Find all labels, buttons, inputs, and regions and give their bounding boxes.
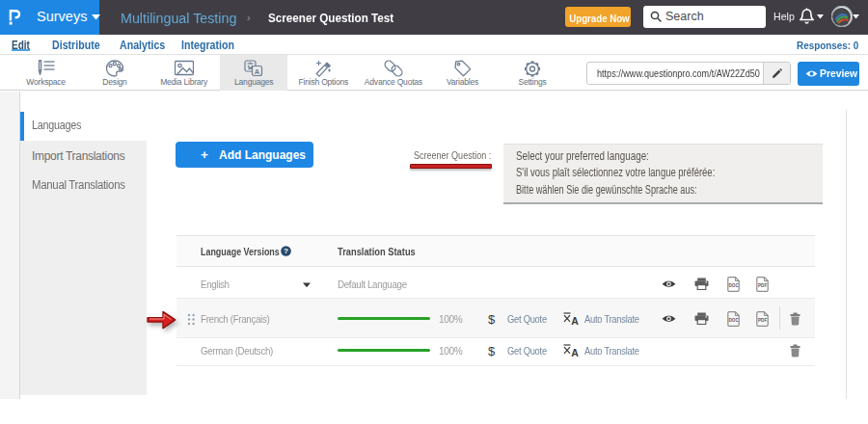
svg-text:DOC: DOC <box>728 318 739 323</box>
svg-text:PDF: PDF <box>758 283 767 288</box>
svg-text:A: A <box>571 347 579 358</box>
svg-text:DOC: DOC <box>728 283 739 288</box>
svg-text:?: ? <box>284 247 288 255</box>
svg-text:PDF: PDF <box>758 318 767 323</box>
svg-text:A: A <box>255 67 260 76</box>
svg-text:A: A <box>571 315 579 326</box>
